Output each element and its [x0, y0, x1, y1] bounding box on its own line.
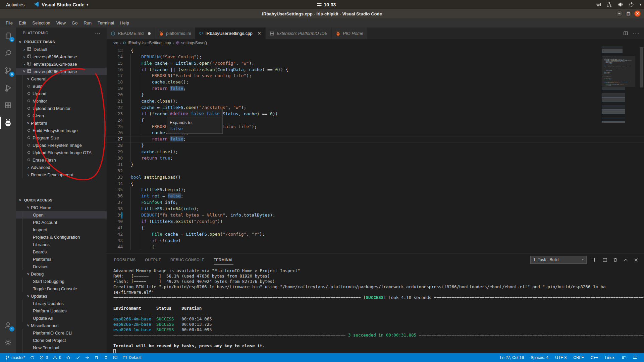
code-line-15[interactable]: 15 File cache = LittleFS.open("/config",…	[107, 60, 644, 67]
activity-source-control-icon[interactable]: 9	[0, 62, 16, 78]
code-editor[interactable]: 12bool settingsSave()13{14 DEBUGLN("Save…	[107, 47, 644, 253]
quick-access-item-miscellaneous[interactable]: ˅Miscellaneous	[16, 322, 107, 329]
status-cursor-position[interactable]: Ln 27, Col 16	[497, 355, 527, 360]
code-line-32[interactable]: 32	[107, 168, 644, 174]
quick-access-item-platformio-core-cli[interactable]: PlatformIO Core CLI	[16, 329, 107, 337]
minimap[interactable]: bool settingsSave(){ DEBUGLN("Save Confi…	[602, 47, 635, 253]
editor-more-actions-icon[interactable]: ···	[633, 31, 639, 37]
code-line-29[interactable]: 29 cache.close();	[107, 149, 644, 155]
code-line-21[interactable]: 21 cache.close();	[107, 98, 644, 105]
code-line-39[interactable]: 39 DEBUGF("fs total bytes = %llu\n", inf…	[107, 212, 644, 219]
maximize-panel-icon[interactable]	[623, 257, 628, 262]
menu-selection[interactable]: Selection	[29, 19, 53, 26]
code-line-42[interactable]: 42 File cache = LittleFS.open("/config",…	[107, 231, 644, 238]
chevron-down-icon[interactable]: ▾	[640, 3, 641, 6]
quick-access-item-open[interactable]: Open	[16, 211, 107, 219]
power-icon[interactable]	[629, 2, 634, 7]
activity-account-icon[interactable]: 1	[0, 317, 16, 333]
menu-edit[interactable]: Edit	[16, 19, 29, 26]
status-errors[interactable]: 0	[37, 355, 50, 360]
menu-file[interactable]: File	[3, 19, 16, 26]
code-line-14[interactable]: 14 DEBUGLN("Save Config");	[107, 54, 644, 60]
code-line-41[interactable]: 41 {	[107, 225, 644, 231]
breadcrumb-settingssave-[interactable]: settingsSave()	[176, 41, 207, 45]
status-eol[interactable]: CRLF	[570, 355, 587, 360]
minimap-slider[interactable]	[602, 56, 635, 87]
code-line-36[interactable]: 36 int ret = false;	[107, 193, 644, 199]
menu-go[interactable]: Go	[69, 19, 80, 26]
tab-extension-platformio-ide[interactable]: Extension: PlatformIO IDE	[266, 27, 332, 39]
clock[interactable]: 10:33	[317, 2, 336, 7]
status-pio-serial-monitor[interactable]	[101, 355, 111, 360]
breadcrumb-irbabyusersettings-cpp[interactable]: C+IRbabyUserSettings.cpp	[123, 41, 171, 45]
code-line-35[interactable]: 35 LittleFS.begin();	[107, 187, 644, 193]
code-line-37[interactable]: 37 FSInfo64 info;	[107, 199, 644, 206]
task-item-clean[interactable]: Clean	[16, 112, 107, 119]
task-item-upload[interactable]: Upload	[16, 90, 107, 97]
activity-search-icon[interactable]	[0, 45, 16, 61]
system-tray[interactable]: ▾	[595, 2, 641, 7]
editor-scrollbar[interactable]	[640, 47, 643, 87]
panel-tab-terminal[interactable]: TERMINAL	[214, 253, 233, 266]
activity-run-debug-icon[interactable]	[0, 80, 16, 96]
quick-access-item-updates[interactable]: ˅Updates	[16, 292, 107, 300]
quick-access-item-devices[interactable]: Devices	[16, 263, 107, 270]
code-line-17[interactable]: 17 ERRORLN("Failed to save config file")…	[107, 73, 644, 79]
terminal-output[interactable]: Advanced Memory Usage is available via "…	[113, 266, 644, 353]
code-line-30[interactable]: 30 return true;	[107, 155, 644, 162]
task-item-general[interactable]: ˅General	[16, 75, 107, 82]
code-line-20[interactable]: 20 }	[107, 92, 644, 98]
quick-access-item-platforms[interactable]: Platforms	[16, 255, 107, 263]
kill-terminal-icon[interactable]	[613, 257, 618, 262]
close-panel-icon[interactable]	[634, 257, 639, 262]
menu-view[interactable]: View	[53, 19, 69, 26]
split-editor-icon[interactable]	[623, 31, 628, 36]
panel-tab-debug-console[interactable]: DEBUG CONSOLE	[170, 253, 204, 266]
quick-access-item-projects-configuration[interactable]: Projects & Configuration	[16, 233, 107, 241]
status-indentation[interactable]: Spaces: 4	[527, 355, 552, 360]
keyboard-icon[interactable]	[595, 2, 601, 7]
quick-access-item-new-terminal[interactable]: New Terminal	[16, 344, 107, 351]
task-item-upload-and-monitor[interactable]: Upload and Monitor	[16, 105, 107, 112]
quick-access-item-start-debugging[interactable]: Start Debugging	[16, 278, 107, 285]
status-pio-home[interactable]	[64, 355, 73, 360]
tab-irbabyusersettings-cpp[interactable]: C+IRbabyUserSettings.cpp✕	[195, 27, 266, 39]
breadcrumb[interactable]: src›C+IRbabyUserSettings.cpp›settingsSav…	[107, 39, 644, 47]
status-git-branch[interactable]: master*	[3, 355, 28, 360]
quick-access-item-toggle-debug-console[interactable]: Toggle Debug Console	[16, 285, 107, 292]
split-terminal-icon[interactable]	[602, 257, 607, 262]
tab-pio-home[interactable]: PIO Home	[332, 27, 368, 39]
code-line-28[interactable]: 28 }	[107, 142, 644, 149]
task-item-upload-filesystem-image-ota[interactable]: Upload Filesystem Image OTA	[16, 149, 107, 156]
task-item-env-esp8266-4m-base[interactable]: ›env:esp8266-4m-base	[16, 53, 107, 60]
code-line-33[interactable]: 33bool settingsLoad()	[107, 174, 644, 181]
quick-access-item-inspect[interactable]: Inspect	[16, 226, 107, 233]
tab-readme-md[interactable]: README.md	[107, 27, 155, 39]
code-line-40[interactable]: 40 if (LittleFS.exists("/config"))	[107, 219, 644, 225]
task-item-erase-flash[interactable]: Erase Flash	[16, 156, 107, 164]
task-item-default[interactable]: ›Default	[16, 46, 107, 53]
status-sync[interactable]	[28, 355, 37, 360]
task-item-remote-development[interactable]: ›Remote Development	[16, 171, 107, 178]
status-pio-terminal[interactable]	[111, 355, 120, 360]
code-line-13[interactable]: 13{	[107, 48, 644, 54]
code-line-27[interactable]: 27 return false;	[107, 136, 644, 142]
volume-icon[interactable]	[618, 2, 623, 7]
status-pio-clean[interactable]	[92, 355, 101, 360]
task-item-build-filesystem-image[interactable]: Build Filesystem Image	[16, 127, 107, 134]
activity-explorer-icon[interactable]: 1	[0, 27, 16, 44]
panel-tab-output[interactable]: OUTPUT	[145, 253, 161, 266]
quick-access-item-update-all[interactable]: Update All	[16, 314, 107, 322]
status-pio-upload[interactable]	[83, 355, 92, 360]
more-actions-icon[interactable]: ···	[95, 30, 101, 36]
app-menu[interactable]: Visual Studio Code ▾	[31, 1, 92, 8]
code-line-44[interactable]: 44 {	[107, 244, 644, 250]
status-warnings[interactable]: 0	[50, 355, 64, 360]
status-encoding[interactable]: UTF-8	[552, 355, 570, 360]
close-button[interactable]: ✕	[634, 10, 641, 17]
status-language-mode[interactable]: C++	[587, 355, 602, 360]
task-item-program-size[interactable]: Program Size	[16, 134, 107, 141]
quick-access-item-libraries[interactable]: Libraries	[16, 241, 107, 248]
status-feedback[interactable]	[618, 355, 629, 360]
task-item-env-esp8266-1m-base[interactable]: ˅env:esp8266-1m-base	[16, 68, 107, 75]
